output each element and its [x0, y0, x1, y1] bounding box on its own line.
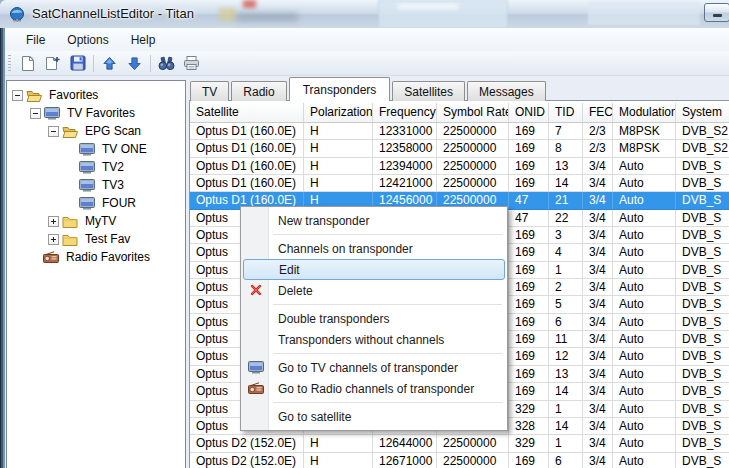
tree-item-label: TV3 — [100, 178, 126, 192]
column-header-frequency[interactable]: Frequency — [373, 103, 437, 122]
menubar-item-file[interactable]: File — [15, 30, 56, 50]
table-cell: Auto — [613, 453, 676, 468]
tree-item-favorites[interactable]: Favorites — [7, 86, 185, 104]
table-cell: 6 — [549, 314, 583, 330]
table-cell: 3/4 — [583, 244, 613, 260]
menu-item-go-to-satellite[interactable]: Go to satellite — [241, 406, 507, 427]
table-cell: Auto — [613, 244, 676, 260]
table-cell: Auto — [613, 418, 676, 434]
table-cell: 6 — [549, 453, 583, 468]
expand-plus-icon[interactable] — [48, 216, 59, 227]
table-cell: Auto — [613, 383, 676, 399]
table-cell: Auto — [613, 314, 676, 330]
table-cell: Auto — [613, 210, 676, 226]
tree-item-four[interactable]: FOUR — [7, 194, 185, 212]
table-cell: 169 — [509, 244, 549, 260]
column-header-onid[interactable]: ONID — [509, 103, 549, 122]
tree-item-tv-favorites[interactable]: TV Favorites — [7, 104, 185, 122]
menu-item-new-transponder[interactable]: New transponder — [241, 210, 507, 231]
column-header-modulation[interactable]: Modulation — [613, 103, 676, 122]
table-cell: DVB_S — [676, 331, 729, 347]
table-cell: 12394000 — [373, 158, 437, 174]
menubar-item-help[interactable]: Help — [120, 30, 167, 50]
move-down-icon[interactable] — [122, 52, 147, 74]
tab-radio[interactable]: Radio — [231, 81, 286, 101]
table-cell: DVB_S — [676, 435, 729, 451]
table-cell: 3/4 — [583, 279, 613, 295]
tab-messages[interactable]: Messages — [467, 81, 546, 101]
table-cell: 3/4 — [583, 331, 613, 347]
toolbar-grip — [8, 55, 11, 71]
new-item-icon[interactable] — [40, 52, 65, 74]
radio-icon — [246, 380, 265, 396]
tree-item-radio-favorites[interactable]: Radio Favorites — [7, 248, 185, 266]
collapse-minus-icon[interactable] — [48, 126, 59, 137]
table-cell: Auto — [613, 192, 676, 208]
tab-tv[interactable]: TV — [190, 81, 229, 101]
table-cell: 329 — [509, 435, 549, 451]
tree-item-tv3[interactable]: TV3 — [7, 176, 185, 194]
table-row[interactable]: Optus D1 (160.0E)H1239400022500000169133… — [190, 158, 729, 175]
table-cell: DVB_S — [676, 401, 729, 417]
table-cell: 329 — [509, 401, 549, 417]
tv-icon — [79, 160, 96, 174]
menu-item-delete[interactable]: Delete — [241, 280, 507, 301]
table-cell: DVB_S — [676, 210, 729, 226]
column-header-symbol-rate[interactable]: Symbol Rate — [437, 103, 509, 122]
table-row[interactable]: Optus D2 (152.0E)H126440002250000032913/… — [190, 435, 729, 452]
collapse-minus-icon[interactable] — [30, 108, 41, 119]
table-cell: 169 — [509, 453, 549, 468]
table-cell: 12644000 — [373, 435, 437, 451]
table-row[interactable]: Optus D1 (160.0E)H1242100022500000169143… — [190, 175, 729, 192]
table-cell: 169 — [509, 175, 549, 191]
print-icon[interactable] — [179, 52, 204, 74]
menu-item-label: Transponders without channels — [278, 333, 444, 347]
save-icon[interactable] — [65, 52, 90, 74]
radio-icon — [43, 250, 60, 264]
table-cell: 3/4 — [583, 175, 613, 191]
table-row[interactable]: Optus D1 (160.0E)H123580002250000016982/… — [190, 140, 729, 157]
minimize-button[interactable] — [704, 3, 729, 22]
table-cell: DVB_S2 — [676, 140, 729, 156]
move-up-icon[interactable] — [97, 52, 122, 74]
table-row[interactable]: Optus D2 (152.0E)H126710002250000016963/… — [190, 453, 729, 468]
table-cell: DVB_S — [676, 418, 729, 434]
collapse-minus-icon[interactable] — [12, 90, 23, 101]
table-cell: H — [304, 435, 373, 451]
tab-transponders[interactable]: Transponders — [289, 77, 391, 101]
tab-satellites[interactable]: Satellites — [392, 81, 465, 101]
table-cell: 169 — [509, 158, 549, 174]
table-cell: 3/4 — [583, 366, 613, 382]
table-cell: DVB_S — [676, 348, 729, 364]
find-icon[interactable] — [154, 52, 179, 74]
menu-item-go-to-tv-channels-of-transponder[interactable]: Go to TV channels of transponder — [241, 357, 507, 378]
table-cell: Auto — [613, 227, 676, 243]
tree-item-label: EPG Scan — [83, 124, 143, 138]
column-header-system[interactable]: System — [676, 103, 729, 122]
table-cell: 14 — [549, 383, 583, 399]
menu-item-label: New transponder — [278, 214, 369, 228]
tree-item-test-fav[interactable]: Test Fav — [7, 230, 185, 248]
table-cell: 1 — [549, 435, 583, 451]
toolbar — [5, 51, 729, 76]
table-cell: 169 — [509, 383, 549, 399]
tree-item-label: FOUR — [100, 196, 138, 210]
menu-item-channels-on-transponder[interactable]: Channels on transponder — [241, 238, 507, 259]
expand-plus-icon[interactable] — [48, 234, 59, 245]
table-row[interactable]: Optus D1 (160.0E)H123310002250000016972/… — [190, 123, 729, 140]
menu-separator — [273, 234, 502, 235]
tree-item-epg-scan[interactable]: EPG Scan — [7, 122, 185, 140]
column-header-tid[interactable]: TID — [549, 103, 583, 122]
column-header-fec[interactable]: FEC — [583, 103, 613, 122]
tree-item-mytv[interactable]: MyTV — [7, 212, 185, 230]
new-list-icon[interactable] — [15, 52, 40, 74]
menubar-item-options[interactable]: Options — [56, 30, 119, 50]
tree-item-tv2[interactable]: TV2 — [7, 158, 185, 176]
menu-item-go-to-radio-channels-of-transponder[interactable]: Go to Radio channels of transponder — [241, 378, 507, 399]
tree-item-tv-one[interactable]: TV ONE — [7, 140, 185, 158]
menu-item-edit[interactable]: Edit — [243, 259, 505, 280]
column-header-satellite[interactable]: Satellite — [190, 103, 304, 122]
menu-item-double-transponders[interactable]: Double transponders — [241, 308, 507, 329]
column-header-polarization[interactable]: Polarization — [304, 103, 373, 122]
menu-item-transponders-without-channels[interactable]: Transponders without channels — [241, 329, 507, 350]
